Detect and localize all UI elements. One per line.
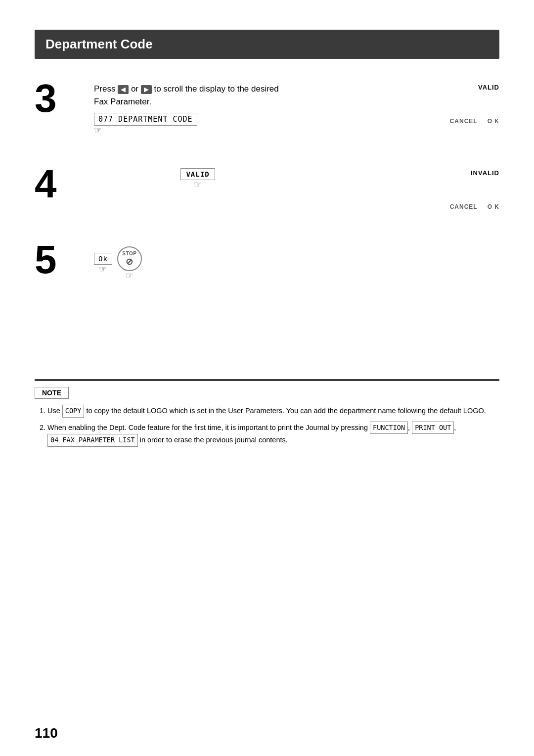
step-3-content: Press or to scroll the display to the de…	[94, 79, 302, 135]
step-5-content: Ok ☞ STOP ⊘ ☞	[94, 240, 302, 280]
step-4-cursor: ☞	[194, 180, 202, 189]
step-3-row: 3 Press or to scroll the display to the …	[35, 79, 499, 135]
step-5-ok-cursor: ☞	[99, 265, 107, 274]
step-3-instruction: Press or to scroll the display to the de…	[94, 83, 302, 108]
step-4-ok-label: O K	[488, 203, 499, 210]
function-box: FUNCTION	[370, 422, 408, 434]
step-3-lcd: 077 DEPARTMENT CODE	[94, 113, 197, 126]
spacer	[35, 310, 499, 359]
note-item-1-text: to copy the default LOGO which is set in…	[86, 407, 486, 415]
step-5-left: 5 Ok ☞ STOP ⊘ ☞	[35, 240, 302, 280]
step-5-stop-cursor: ☞	[126, 271, 134, 280]
param-box: 04 FAX PARAMETER LIST	[47, 434, 138, 447]
step-4-right: INVALID CANCEL O K	[302, 164, 499, 210]
step-4-valid-box[interactable]: VALID	[180, 168, 215, 180]
step-3-right: VALID CANCEL O K	[302, 79, 499, 125]
step-4-cancel-ok: CANCEL O K	[450, 203, 499, 210]
steps-area: 3 Press or to scroll the display to the …	[35, 79, 499, 280]
page-title: Department Code	[35, 30, 499, 59]
step-3-valid-label: VALID	[478, 84, 499, 91]
note-header: NOTE	[35, 387, 69, 399]
step-3-left: 3 Press or to scroll the display to the …	[35, 79, 302, 135]
step-5-ok-wrapper: Ok ☞	[94, 253, 112, 274]
step-5-row: 5 Ok ☞ STOP ⊘ ☞	[35, 240, 499, 280]
page-number: 110	[35, 725, 58, 741]
step-3-ok-label: O K	[488, 118, 499, 125]
arrow-right-icon	[141, 85, 152, 94]
step-5-number: 5	[35, 240, 84, 280]
step-3-lcd-wrapper: 077 DEPARTMENT CODE ☞	[94, 113, 302, 135]
copy-box: COPY	[62, 405, 85, 418]
step-4-content: VALID ☞	[94, 164, 302, 189]
printout-box: PRINT OUT	[412, 422, 454, 434]
step-3-display: VALID CANCEL O K	[450, 84, 499, 125]
note-list: Use COPY to copy the default LOGO which …	[35, 405, 499, 447]
step-5-ok-box[interactable]: Ok	[94, 253, 112, 265]
note-item-2: When enabling the Dept. Code feature for…	[47, 422, 499, 447]
page-container: Department Code 3 Press or to scroll the…	[0, 0, 534, 756]
step-4-row: 4 VALID ☞ INVALID CANCEL O K	[35, 164, 499, 210]
note-section: NOTE Use COPY to copy the default LOGO w…	[35, 379, 499, 447]
step-5-icons: Ok ☞ STOP ⊘ ☞	[94, 246, 302, 280]
step-4-cancel-label: CANCEL	[450, 203, 478, 210]
arrow-left-icon	[118, 85, 129, 94]
step-4-left: 4 VALID ☞	[35, 164, 302, 204]
step-3-cursor: ☞	[94, 126, 102, 135]
step-5-right	[302, 240, 499, 245]
step-3-number: 3	[35, 79, 84, 118]
step-5-stop-circle[interactable]: STOP ⊘	[117, 246, 142, 271]
step-4-invalid-label: INVALID	[471, 169, 499, 177]
step-5-stop-label: STOP	[122, 251, 136, 256]
step-4-display: INVALID CANCEL O K	[450, 169, 499, 210]
stop-symbol: ⊘	[126, 256, 134, 267]
note-item-1: Use COPY to copy the default LOGO which …	[47, 405, 499, 418]
step-4-number: 4	[35, 164, 84, 204]
step-3-cancel-ok: CANCEL O K	[450, 118, 499, 125]
step-3-cancel-label: CANCEL	[450, 118, 478, 125]
step-5-stop-wrapper: STOP ⊘ ☞	[117, 246, 142, 280]
step-4-valid-btn-wrapper: VALID ☞	[94, 168, 302, 189]
